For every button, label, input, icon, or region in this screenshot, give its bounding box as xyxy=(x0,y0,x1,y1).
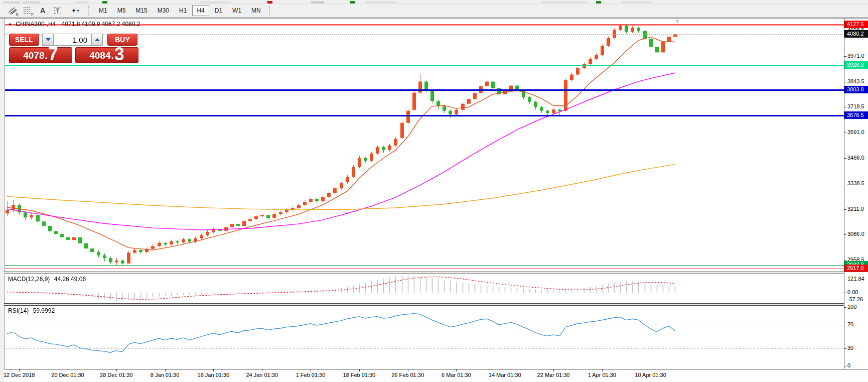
toolbar-fragment xyxy=(350,1,355,4)
text-icon: A xyxy=(40,7,45,15)
volume-input[interactable] xyxy=(54,34,91,46)
rsi-indicator-label: RSI(14) 59.9992 xyxy=(8,307,55,314)
trading-terminal: E F A T ✦ ▾ M1M5M15M3 xyxy=(0,0,868,382)
one-click-trading-panel: SELL BUY 4078 . 7 4084 . 3 xyxy=(7,33,139,64)
toolbar-fragment xyxy=(311,1,324,4)
toolbar-fragment xyxy=(542,1,587,4)
date-tick xyxy=(19,369,20,371)
toolbar-separator xyxy=(88,6,91,16)
toolbar-fragment xyxy=(366,1,396,4)
rsi-level-label: 100 xyxy=(847,304,856,310)
date-tick-label: 24 Jan 01:30 xyxy=(246,372,278,378)
date-tick-label: 8 Jan 01:30 xyxy=(151,372,180,378)
date-tick-label: 20 Dec 01:30 xyxy=(51,372,84,378)
date-tick xyxy=(213,369,214,371)
date-tick-label: 16 Jan 01:30 xyxy=(198,372,230,378)
price-tick-label: 3971.0 xyxy=(847,53,864,59)
price-badge: 4127.6 xyxy=(844,21,868,28)
date-tick xyxy=(359,369,360,371)
ohlc-values: 4071.8 4109.9 4067.2 4080.2 xyxy=(62,21,140,28)
price-tick xyxy=(844,82,846,82)
price-tick-label: 3718.5 xyxy=(847,103,864,109)
buy-price-frac: 3 xyxy=(114,46,124,62)
date-tick xyxy=(311,369,311,371)
toolbar-fragment xyxy=(267,1,272,4)
sell-price-display[interactable]: 4078 . 7 xyxy=(9,47,72,63)
timeframe-button-M15[interactable]: M15 xyxy=(131,5,152,16)
text-label-tool-button[interactable]: T xyxy=(50,5,65,17)
text-tool-button[interactable]: A xyxy=(35,5,50,17)
timeframe-button-MN[interactable]: MN xyxy=(247,5,265,16)
price-tick xyxy=(844,234,846,235)
date-tick xyxy=(505,369,505,371)
timeframe-button-M1[interactable]: M1 xyxy=(94,5,112,16)
timeframe-button-M30[interactable]: M30 xyxy=(153,5,174,16)
clipped-toolbar-row xyxy=(0,0,868,4)
price-tick xyxy=(844,107,846,107)
buy-price-display[interactable]: 4084 . 3 xyxy=(75,47,138,63)
macd-name: MACD(12,26,9) xyxy=(8,276,50,283)
date-tick xyxy=(408,369,408,371)
buy-price-int: 4084 xyxy=(89,49,110,62)
window-expand-icon[interactable]: ▲ xyxy=(8,22,12,26)
price-badge: 2917.0 xyxy=(844,265,868,272)
date-tick xyxy=(553,369,554,371)
triangle-up-icon xyxy=(95,38,100,41)
toolbar: E F A T ✦ ▾ M1M5M15M3 xyxy=(0,4,868,18)
toolbar-fragment xyxy=(201,1,231,4)
macd-axis-label: 121.84 xyxy=(847,276,864,282)
drawing-tools-group: E F A T ✦ ▾ xyxy=(5,5,85,17)
price-axis-line xyxy=(844,18,844,369)
date-tick-label: 1 Apr 01:30 xyxy=(588,372,616,378)
rsi-level-label: 0 xyxy=(847,362,850,368)
date-tick-label: 28 Dec 01:30 xyxy=(100,372,132,378)
timeframe-button-H1[interactable]: H1 xyxy=(175,5,191,16)
toolbar-separator xyxy=(269,6,271,16)
macd-axis-label: -57.26 xyxy=(847,296,863,302)
date-tick-label: 22 Mar 01:30 xyxy=(537,372,570,378)
equidistant-channel-tool-button[interactable]: E xyxy=(5,5,20,17)
toolbar-fragment xyxy=(3,1,20,4)
volume-increase-button[interactable] xyxy=(91,34,103,46)
price-tick-label: 3338.5 xyxy=(847,180,864,186)
rsi-level-tick xyxy=(844,325,846,325)
date-tick-label: 6 Mar 01:30 xyxy=(442,372,471,378)
timeframe-button-M5[interactable]: M5 xyxy=(113,5,130,16)
rsi-level-label: 30 xyxy=(847,345,853,351)
date-tick-label: 26 Feb 01:30 xyxy=(391,372,424,378)
sell-button[interactable]: SELL xyxy=(9,34,39,46)
toolbar-fragment xyxy=(596,1,601,4)
chevron-down-icon: ▾ xyxy=(77,9,79,13)
price-tick xyxy=(844,260,846,261)
arrows-tool-button[interactable]: ✦ ▾ xyxy=(65,5,85,17)
timeframe-button-W1[interactable]: W1 xyxy=(228,5,246,16)
timeframe-button-D1[interactable]: D1 xyxy=(210,5,227,16)
price-tick xyxy=(844,56,846,57)
date-tick-label: 14 Mar 01:30 xyxy=(489,372,521,378)
triangle-down-icon xyxy=(46,38,51,41)
toolbar-fragment xyxy=(75,1,88,4)
price-tick xyxy=(844,133,846,133)
rsi-indicator-canvas[interactable] xyxy=(5,306,844,369)
date-tick xyxy=(116,369,117,371)
date-axis[interactable]: 12 Dec 201820 Dec 01:3028 Dec 01:308 Jan… xyxy=(4,369,868,382)
price-badge: 3676.5 xyxy=(844,111,868,119)
timeframe-button-H4[interactable]: H4 xyxy=(192,5,209,16)
chart-shift-marker[interactable]: ▼ xyxy=(675,19,679,24)
toolbar-fragment xyxy=(622,1,652,4)
chart-window-border xyxy=(4,18,5,382)
macd-indicator-label: MACD(12,26,9) 44.26 49.06 xyxy=(8,276,86,283)
price-tick-label: 3591.0 xyxy=(847,129,864,135)
rsi-current-value: 59.9992 xyxy=(33,307,55,314)
date-tick xyxy=(651,369,651,371)
fibonacci-retracement-tool-button[interactable]: F xyxy=(20,5,35,17)
macd-axis-label: 0.00 xyxy=(847,289,858,295)
sell-price-frac: 7 xyxy=(48,46,58,62)
decimal-dot: . xyxy=(45,49,47,62)
date-tick-label: 10 Apr 01:30 xyxy=(635,372,666,378)
arrows-icon: ✦ xyxy=(71,8,76,14)
macd-indicator-canvas[interactable] xyxy=(5,274,844,303)
rsi-level-label: 70 xyxy=(847,321,853,327)
price-tick xyxy=(844,184,846,184)
date-tick xyxy=(165,369,166,371)
